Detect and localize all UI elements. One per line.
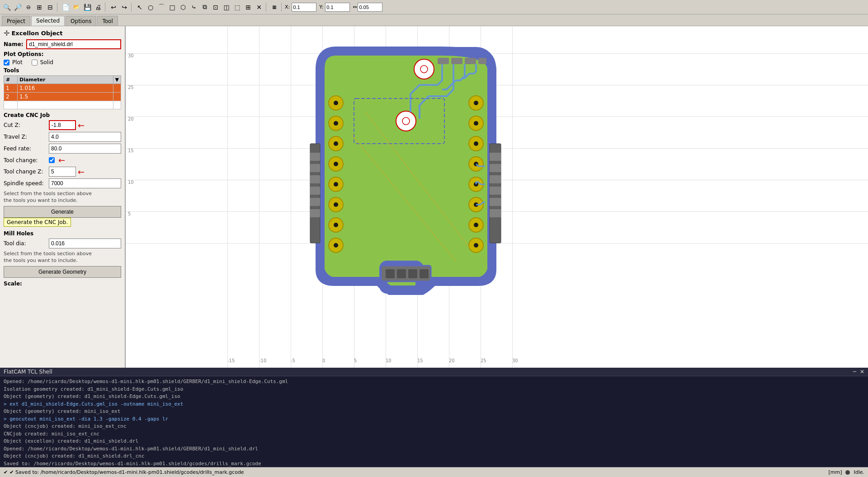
- svg-point-20: [334, 121, 338, 126]
- zoom-fit-icon[interactable]: 🔍: [2, 2, 12, 12]
- solid-checkbox[interactable]: [32, 60, 38, 65]
- snap-dist-icon: ↔: [353, 4, 357, 10]
- transform-icon[interactable]: ⊞: [243, 2, 253, 12]
- plot-label: Plot: [12, 59, 23, 65]
- cnc-info-text: Select from the tools section abovethe t…: [4, 190, 121, 204]
- move-icon[interactable]: ⊡: [211, 2, 221, 12]
- redo-icon[interactable]: ↪: [119, 2, 129, 12]
- grid-icon[interactable]: ⊞: [34, 2, 44, 12]
- svg-rect-37: [465, 58, 476, 64]
- tool-dia-input[interactable]: [49, 238, 121, 248]
- circle-icon[interactable]: ○: [146, 2, 156, 12]
- tool-change-label: Tool change:: [4, 157, 49, 164]
- svg-rect-35: [438, 58, 449, 64]
- shell-minimize-icon[interactable]: ─: [853, 369, 856, 375]
- axis-x-minus15: -15: [227, 358, 235, 363]
- grid-display-icon[interactable]: ▦: [269, 2, 279, 12]
- tab-selected[interactable]: Selected: [31, 16, 65, 26]
- spindle-speed-row: Spindle speed:: [4, 178, 121, 188]
- plot-options-label: Plot Options:: [4, 51, 121, 57]
- solid-label: Solid: [40, 59, 53, 65]
- coord-y-input[interactable]: 0.1: [325, 3, 350, 12]
- axis-y-20: 20: [128, 117, 134, 122]
- print-icon[interactable]: 🖨: [93, 2, 103, 12]
- tab-options[interactable]: Options: [66, 16, 96, 26]
- copy-icon[interactable]: ⧉: [200, 2, 210, 12]
- shell-line-9: Opened: /home/ricardo/Desktop/wemos-d1-m…: [4, 445, 864, 453]
- svg-rect-61: [310, 175, 320, 183]
- open-icon[interactable]: 📂: [71, 2, 81, 12]
- travel-z-input[interactable]: [49, 132, 121, 142]
- generate-button[interactable]: Generate: [4, 206, 121, 218]
- shell-line-10: Object (cncjob) created: d1_mini_shield.…: [4, 453, 864, 460]
- plot-checkbox-row: Plot Solid: [4, 59, 121, 65]
- toolbar-separator-3: [131, 3, 133, 12]
- status-save-icon: ✔: [4, 469, 8, 475]
- svg-rect-48: [420, 269, 429, 278]
- tool-row-1[interactable]: 1 1.016: [4, 84, 121, 93]
- delete-icon[interactable]: ✕: [254, 2, 264, 12]
- svg-point-23: [334, 182, 338, 187]
- status-state: Idle.: [854, 469, 864, 475]
- svg-point-22: [334, 162, 338, 166]
- tool-change-z-label: Tool change Z:: [4, 168, 49, 175]
- snap-icon[interactable]: ⊟: [45, 2, 55, 12]
- cut-z-row: Cut Z: ←: [4, 120, 121, 130]
- tab-project[interactable]: Project: [2, 16, 30, 26]
- feed-rate-input[interactable]: [49, 144, 121, 154]
- axis-y-25: 25: [128, 85, 134, 90]
- arc-icon[interactable]: ⌒: [156, 2, 166, 12]
- svg-point-25: [334, 223, 338, 227]
- coord-y-label: Y:: [319, 4, 323, 10]
- cut-z-input[interactable]: [49, 120, 76, 130]
- save-icon[interactable]: 💾: [82, 2, 92, 12]
- axis-x-minus10: -10: [259, 358, 266, 363]
- coord-x-input[interactable]: 0.1: [292, 3, 316, 12]
- tools-col-dropdown[interactable]: ▼: [113, 76, 121, 84]
- svg-rect-57: [490, 209, 501, 217]
- rect-icon[interactable]: □: [167, 2, 177, 12]
- undo-icon[interactable]: ↩: [108, 2, 118, 12]
- svg-rect-46: [397, 269, 406, 278]
- svg-rect-64: [310, 209, 320, 217]
- zoom-in-icon[interactable]: 🔎: [13, 2, 23, 12]
- spindle-speed-input[interactable]: [49, 178, 121, 188]
- spindle-speed-label: Spindle speed:: [4, 180, 49, 187]
- svg-point-41: [396, 111, 416, 131]
- svg-rect-56: [490, 198, 501, 206]
- shell-line-4: Object (geometry) created: mini_iso_ext: [4, 408, 864, 416]
- path-icon[interactable]: ⤷: [189, 2, 199, 12]
- polygon-icon[interactable]: ⬡: [178, 2, 188, 12]
- cut-z-arrow: ←: [78, 121, 85, 130]
- buffer-icon[interactable]: ◫: [222, 2, 231, 12]
- tab-tool[interactable]: Tool: [97, 16, 118, 26]
- plot-checkbox[interactable]: [4, 60, 9, 65]
- cnc-section: Create CNC Job Cut Z: ← Travel Z: Feed r…: [4, 112, 121, 227]
- pointer-icon[interactable]: ↖: [135, 2, 145, 12]
- tool-row-2[interactable]: 2 1.5: [4, 93, 121, 101]
- shell-title: FlatCAM TCL Shell: [4, 369, 52, 375]
- svg-rect-38: [478, 58, 486, 64]
- shell-header: FlatCAM TCL Shell ─ ✕: [0, 368, 868, 376]
- shell-line-2: Object (geometry) created: d1_mini_shiel…: [4, 393, 864, 401]
- axis-x-15: 15: [417, 358, 423, 363]
- zoom-out-icon[interactable]: ⊖: [24, 2, 33, 12]
- mill-holes-label: Mill Holes: [4, 230, 121, 237]
- object-title: ✛ Excellon Object: [4, 29, 121, 37]
- tool-change-row: Tool change: ←: [4, 155, 121, 165]
- svg-point-27: [474, 101, 478, 105]
- shell-line-5: > geocutout mini_iso_ext -dia 1.3 -gapsi…: [4, 416, 864, 423]
- tool-dia-label: Tool dia:: [4, 240, 49, 247]
- snap-dist-input[interactable]: 0.05: [358, 3, 382, 12]
- name-input[interactable]: [26, 39, 121, 49]
- canvas-area[interactable]: -15 -10 -5 0 5 10 15 20 25 30 30 25 20 1…: [126, 26, 868, 368]
- generate-geometry-button[interactable]: Generate Geometry: [4, 266, 121, 278]
- svg-rect-47: [408, 269, 417, 278]
- tool-change-z-row: Tool change Z: ←: [4, 167, 121, 177]
- shell-close-icon[interactable]: ✕: [860, 369, 864, 375]
- new-file-icon[interactable]: 📄: [61, 2, 71, 12]
- tool-change-z-input[interactable]: [49, 167, 76, 177]
- feed-rate-label: Feed rate:: [4, 145, 49, 152]
- paint-icon[interactable]: ⬚: [232, 2, 242, 12]
- tool-change-checkbox[interactable]: [49, 157, 55, 163]
